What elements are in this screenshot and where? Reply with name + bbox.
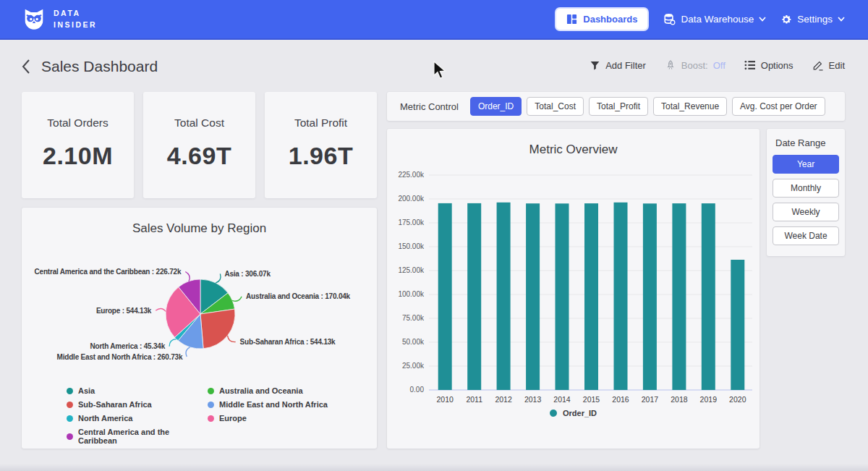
- legend-label: Europe: [219, 414, 247, 423]
- legend-label: Order_ID: [563, 409, 597, 417]
- bar-2019[interactable]: [702, 203, 715, 390]
- settings-label: Settings: [797, 14, 833, 25]
- kpi-card-total-profit: Total Profit 1.96T: [265, 92, 377, 198]
- x-axis-label: 2015: [583, 395, 600, 404]
- pencil-edit-icon: [812, 59, 824, 71]
- y-axis-tick: 150.00k: [398, 242, 425, 250]
- bar-2013[interactable]: [526, 203, 540, 390]
- kpi-card-total-orders: Total Orders 2.10M: [22, 92, 134, 198]
- metric-buttons: Order_ID Total_Cost Total_Profit Total_R…: [470, 97, 825, 116]
- pie-slice-label: North America : 45.34k: [90, 342, 165, 350]
- metric-button-total-profit[interactable]: Total_Profit: [589, 97, 648, 116]
- pie-chart-title: Sales Volume by Region: [22, 221, 377, 236]
- x-axis-label: 2019: [700, 395, 718, 404]
- dashboards-button[interactable]: Dashboards: [555, 7, 649, 31]
- legend-label: Middle East and North Africa: [219, 400, 328, 409]
- chevron-down-icon: [759, 17, 766, 22]
- date-range-monthly-button[interactable]: Monthly: [773, 179, 839, 198]
- y-axis-tick: 50.00k: [402, 338, 425, 346]
- header-actions: Add Filter Boost: Off Options Ed: [590, 59, 845, 71]
- add-filter-button[interactable]: Add Filter: [590, 60, 646, 71]
- kpi-card-total-cost: Total Cost 4.69T: [143, 92, 255, 198]
- gear-icon: [780, 14, 792, 25]
- brand-name: DATA INSIDER: [54, 8, 97, 30]
- x-axis-label: 2011: [466, 395, 482, 404]
- legend-item-europe: Europe: [208, 414, 377, 423]
- legend-dot: [208, 402, 214, 408]
- list-options-icon: [744, 60, 756, 70]
- legend-dot: [550, 410, 557, 417]
- metric-button-avg-cost-per-order[interactable]: Avg. Cost per Order: [732, 97, 825, 116]
- pie-leader-line: [185, 272, 190, 281]
- metric-button-total-revenue[interactable]: Total_Revenue: [653, 97, 727, 116]
- bar-chart-card: Metric Overview 0.0025.00k50.00k75.00k10…: [387, 129, 760, 449]
- bar-chart-legend: Order_ID: [387, 409, 760, 417]
- edit-button[interactable]: Edit: [812, 59, 845, 71]
- x-axis-label: 2013: [524, 395, 542, 404]
- bar-2014[interactable]: [556, 203, 569, 390]
- database-icon: [663, 13, 676, 25]
- legend-item-sub-saharan-africa: Sub-Saharan Africa: [67, 400, 208, 409]
- boost-toggle[interactable]: Boost: Off: [665, 59, 726, 71]
- metric-control-bar: Metric Control Order_ID Total_Cost Total…: [387, 92, 845, 121]
- legend-dot: [67, 388, 73, 394]
- bar-2012[interactable]: [497, 203, 511, 390]
- pie-leader-line: [156, 309, 166, 312]
- legend-item-middle-east-and-north-africa: Middle East and North Africa: [208, 400, 377, 409]
- legend-label: Central America and the Caribbean: [78, 428, 208, 445]
- metric-button-order-id[interactable]: Order_ID: [470, 97, 522, 116]
- x-axis-label: 2020: [729, 395, 746, 404]
- legend-item-central-america-and-the-caribbean: Central America and the Caribbean: [67, 428, 208, 445]
- chevron-down-icon: [838, 17, 845, 22]
- rocket-icon: [665, 59, 676, 71]
- brand-logo: DATA INSIDER: [22, 7, 97, 32]
- page-title: Sales Dashboard: [41, 58, 158, 75]
- pie-chart[interactable]: Asia : 306.07kAustralia and Oceania : 17…: [22, 240, 377, 385]
- pie-leader-line: [169, 339, 176, 347]
- legend-label: Asia: [78, 386, 95, 395]
- back-button[interactable]: [19, 58, 33, 78]
- data-warehouse-menu[interactable]: Data Warehouse: [663, 13, 766, 25]
- x-axis-label: 2018: [671, 395, 688, 404]
- navbar-menu: Dashboards Data Warehouse Settings: [555, 7, 845, 31]
- y-axis-tick: 125.00k: [398, 266, 425, 274]
- bar-2020[interactable]: [731, 260, 744, 390]
- kpi-value: 1.96T: [289, 142, 353, 170]
- settings-menu[interactable]: Settings: [780, 14, 845, 25]
- pie-leader-line: [186, 347, 190, 357]
- filter-funnel-icon: [590, 60, 600, 71]
- bar-2018[interactable]: [672, 203, 686, 390]
- date-range-week-date-button[interactable]: Week Date: [773, 226, 839, 245]
- legend-dot: [67, 433, 73, 440]
- legend-dot: [67, 415, 73, 422]
- bar-2016[interactable]: [614, 203, 628, 390]
- date-range-year-button[interactable]: Year: [773, 155, 839, 174]
- x-axis-label: 2016: [612, 395, 629, 404]
- chevron-left-icon: [19, 58, 33, 75]
- dashboards-label: Dashboards: [583, 14, 637, 25]
- legend-item-australia-and-oceania: Australia and Oceania: [208, 386, 377, 395]
- date-range-weekly-button[interactable]: Weekly: [773, 203, 839, 221]
- kpi-row: Total Orders 2.10M Total Cost 4.69T Tota…: [22, 92, 377, 198]
- metric-button-total-cost[interactable]: Total_Cost: [527, 97, 584, 116]
- bar-2010[interactable]: [438, 203, 452, 390]
- mouse-cursor: [433, 61, 448, 80]
- app-window: DATA INSIDER Dashboards D: [0, 0, 868, 471]
- x-axis-label: 2010: [437, 395, 454, 404]
- bar-chart[interactable]: 0.0025.00k50.00k75.00k100.00k125.00k150.…: [387, 162, 760, 408]
- options-button[interactable]: Options: [744, 60, 793, 71]
- legend-label: North America: [78, 414, 132, 423]
- pie-slice-label: Europe : 544.13k: [96, 307, 152, 315]
- boost-label: Boost:: [681, 60, 708, 71]
- bar-2011[interactable]: [467, 203, 481, 390]
- legend-label: Sub-Saharan Africa: [78, 400, 152, 409]
- pie-leader-line: [228, 336, 236, 342]
- y-axis-tick: 100.00k: [398, 290, 425, 298]
- bar-2015[interactable]: [584, 203, 598, 390]
- pie-slice-label: Sub-Saharan Africa : 544.13k: [240, 338, 336, 346]
- bar-2017[interactable]: [643, 203, 657, 390]
- legend-label: Australia and Oceania: [219, 386, 303, 395]
- pie-slice-sub-saharan-africa[interactable]: [200, 309, 235, 349]
- metric-control-label: Metric Control: [400, 101, 459, 112]
- pie-slice-label: Asia : 306.07k: [224, 270, 271, 278]
